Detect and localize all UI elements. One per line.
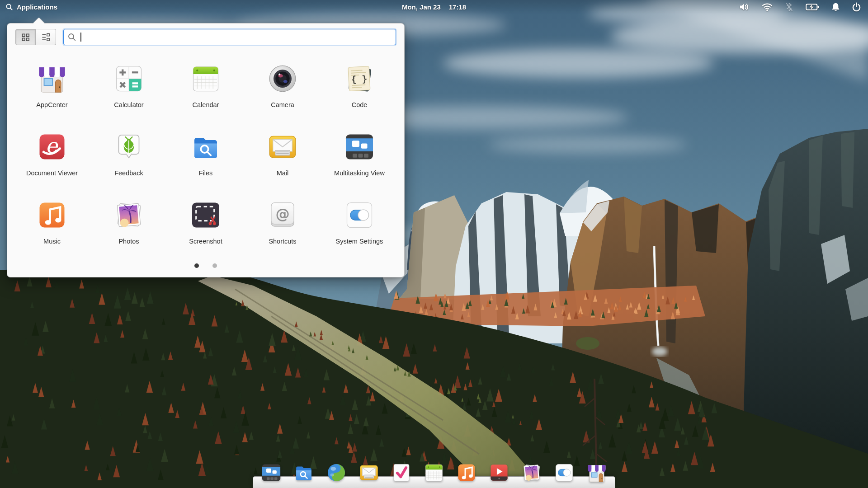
- app-grid: AppCenter Calculator Calendar Camera Cod…: [7, 60, 404, 264]
- document-viewer-icon: [34, 129, 70, 165]
- dock-mail[interactable]: [357, 460, 381, 485]
- app-search-input[interactable]: [63, 29, 396, 45]
- grid-view-icon: [21, 33, 30, 42]
- wifi-icon[interactable]: [762, 3, 773, 11]
- dock-music[interactable]: [454, 460, 479, 485]
- volume-icon[interactable]: [739, 2, 750, 12]
- app-calendar[interactable]: Calendar: [167, 60, 244, 128]
- app-label: Mail: [277, 169, 289, 177]
- camera-icon: [264, 61, 301, 97]
- app-label: Photos: [118, 238, 139, 245]
- dock: [253, 455, 615, 488]
- app-label: Calculator: [114, 101, 143, 108]
- app-label: AppCenter: [36, 101, 67, 108]
- app-label: System Settings: [336, 238, 383, 245]
- app-camera[interactable]: Camera: [244, 60, 321, 128]
- battery-charging-icon[interactable]: [806, 3, 819, 11]
- system-settings-icon: [552, 460, 576, 485]
- dock-calendar[interactable]: [422, 460, 446, 485]
- applications-menu: AppCenter Calculator Calendar Camera Cod…: [7, 23, 405, 277]
- app-label: Feedback: [114, 169, 143, 177]
- text-caret: [80, 33, 81, 42]
- calendar-icon: [422, 460, 446, 485]
- app-label: Document Viewer: [26, 169, 78, 177]
- panel-clock[interactable]: Mon, Jan 23 17:18: [402, 3, 466, 11]
- applications-button[interactable]: Applications: [0, 3, 57, 11]
- shortcuts-icon: [264, 197, 301, 233]
- dock-multitasking-view[interactable]: [259, 460, 283, 485]
- applications-label: Applications: [17, 3, 57, 11]
- appcenter-icon: [585, 460, 609, 485]
- panel-tray: [739, 2, 868, 12]
- app-appcenter[interactable]: AppCenter: [14, 60, 90, 128]
- bluetooth-disabled-icon[interactable]: [785, 2, 793, 12]
- power-icon[interactable]: [852, 2, 861, 12]
- app-screenshot[interactable]: Screenshot: [167, 196, 244, 264]
- desktop: { } e: [0, 0, 868, 488]
- app-system-settings[interactable]: System Settings: [321, 196, 398, 264]
- files-icon: [292, 460, 316, 485]
- code-icon: [341, 61, 377, 97]
- page-indicator: [7, 263, 404, 268]
- dock-appcenter[interactable]: [585, 460, 609, 485]
- dock-system-settings[interactable]: [552, 460, 576, 485]
- photos-icon: [519, 460, 544, 485]
- search-icon: [67, 33, 76, 42]
- app-shortcuts[interactable]: Shortcuts: [244, 196, 321, 264]
- top-panel: Applications Mon, Jan 23 17:18: [0, 0, 868, 14]
- app-code[interactable]: Code: [321, 60, 398, 128]
- multitasking-view-icon: [259, 460, 283, 485]
- app-photos[interactable]: Photos: [90, 196, 167, 264]
- dock-tasks[interactable]: [389, 460, 414, 485]
- app-files[interactable]: Files: [167, 128, 244, 196]
- dock-web-browser[interactable]: [324, 460, 349, 485]
- app-label: Multitasking View: [334, 169, 385, 177]
- grid-view-button[interactable]: [15, 29, 36, 45]
- calendar-icon: [188, 61, 224, 97]
- app-music[interactable]: Music: [14, 196, 90, 264]
- page-dot-1[interactable]: [194, 263, 199, 268]
- appcenter-icon: [34, 61, 70, 97]
- dock-files[interactable]: [292, 460, 316, 485]
- files-icon: [188, 129, 224, 165]
- dock-photos[interactable]: [519, 460, 544, 485]
- app-label: Music: [43, 238, 61, 245]
- calculator-icon: [111, 61, 147, 97]
- panel-time: 17:18: [449, 3, 466, 11]
- photos-icon: [111, 197, 147, 233]
- panel-date: Mon, Jan 23: [402, 3, 441, 11]
- search-icon: [5, 3, 13, 11]
- music-icon: [34, 197, 70, 233]
- feedback-icon: [111, 129, 147, 165]
- app-feedback[interactable]: Feedback: [90, 128, 167, 196]
- videos-icon: [487, 460, 511, 485]
- app-document-viewer[interactable]: Document Viewer: [14, 128, 90, 196]
- app-mail[interactable]: Mail: [244, 128, 321, 196]
- app-label: Shortcuts: [269, 238, 296, 245]
- dock-videos[interactable]: [487, 460, 511, 485]
- mail-icon: [357, 460, 381, 485]
- app-calculator[interactable]: Calculator: [90, 60, 167, 128]
- multitasking-view-icon: [341, 129, 377, 165]
- view-mode-toggle: [15, 29, 56, 45]
- page-dot-2[interactable]: [212, 263, 217, 268]
- mail-icon: [264, 129, 301, 165]
- app-label: Camera: [271, 101, 294, 108]
- app-label: Code: [352, 101, 368, 108]
- app-label: Screenshot: [189, 238, 222, 245]
- system-settings-icon: [341, 197, 377, 233]
- list-view-button[interactable]: [36, 29, 56, 45]
- notifications-bell-icon[interactable]: [831, 2, 840, 12]
- web-browser-icon: [324, 460, 349, 485]
- music-icon: [454, 460, 479, 485]
- list-view-icon: [42, 33, 50, 42]
- screenshot-icon: [188, 197, 224, 233]
- app-multitasking-view[interactable]: Multitasking View: [321, 128, 398, 196]
- app-label: Files: [199, 169, 213, 177]
- tasks-icon: [389, 460, 414, 485]
- app-label: Calendar: [193, 101, 219, 108]
